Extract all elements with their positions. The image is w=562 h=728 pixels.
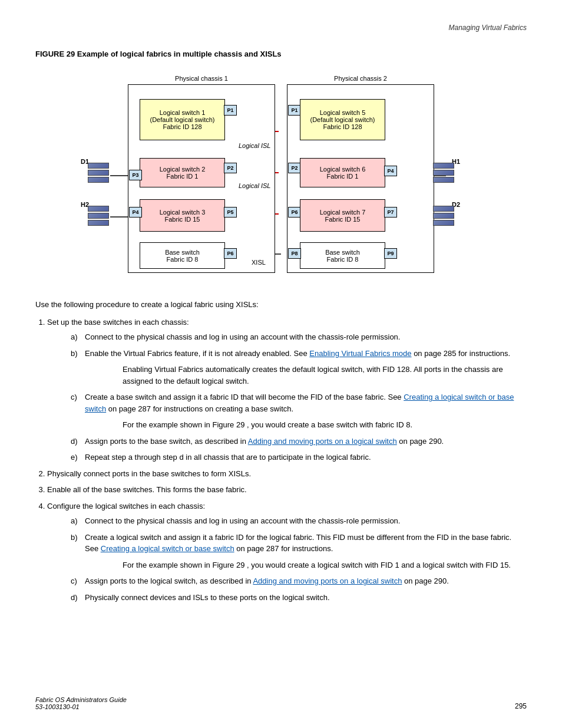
step1c-subpara: For the example shown in Figure 29 , you… xyxy=(85,419,527,431)
step1d-content: Assign ports to the base switch, as desc… xyxy=(85,436,527,447)
figure-caption: FIGURE 29 Example of logical fabrics in … xyxy=(35,50,527,58)
step2-text: Physically connect ports in the base swi… xyxy=(47,469,251,478)
figure-caption-text: Example of logical fabrics in multiple c… xyxy=(77,50,282,58)
step1c-text-before: Create a base switch and assign it a fab… xyxy=(85,393,404,401)
step1e-label: e) xyxy=(71,452,85,463)
step1c-label: c) xyxy=(71,391,85,403)
d2-device xyxy=(433,206,454,226)
footer-page-number: 295 xyxy=(515,702,527,710)
step1c-text-after: on page 287 for instructions on creating… xyxy=(106,404,293,413)
step4-substeps: a) Connect to the physical chassis and l… xyxy=(71,515,527,603)
h2-device xyxy=(88,206,109,226)
page-footer: Fabric OS Administrators Guide 53-100313… xyxy=(35,696,527,710)
main-list: Set up the base switches in each chassis… xyxy=(47,317,527,604)
step-2: Physically connect ports in the base swi… xyxy=(47,468,527,480)
step4c: c) Assign ports to the logical switch, a… xyxy=(71,575,527,587)
d1-device xyxy=(88,163,109,183)
ls5-line3: Fabric ID 128 xyxy=(323,123,362,130)
step4-text: Configure the logical switches in each c… xyxy=(47,502,205,510)
logical-isl-label-1: Logical ISL xyxy=(239,142,270,149)
step1b-content: Enable the Virtual Fabrics feature, if i… xyxy=(85,348,527,360)
step1b: b) Enable the Virtual Fabrics feature, i… xyxy=(71,348,527,360)
step1e-content: Repeat step a through step d in all chas… xyxy=(85,452,527,463)
ls3-line1: Logical switch 3 xyxy=(160,209,206,216)
port-p7: P7 xyxy=(384,207,397,218)
port-p9: P9 xyxy=(384,248,397,259)
page-header: Managing Virtual Fabrics xyxy=(35,24,527,32)
step4c-text-before: Assign ports to the logical switch, as d… xyxy=(85,577,253,585)
step1b-link[interactable]: Enabling Virtual Fabrics mode xyxy=(309,349,411,358)
port-p1-ch2: P1 xyxy=(288,105,301,116)
port-p5: P5 xyxy=(224,207,237,218)
step4a: a) Connect to the physical chassis and l… xyxy=(71,515,527,527)
step1a-content: Connect to the physical chassis and log … xyxy=(85,331,527,343)
step4a-label: a) xyxy=(71,515,85,527)
diagram-container: Physical chassis 1 Logical switch 1 (Def… xyxy=(35,67,527,285)
step-3: Enable all of the base switches. This fo… xyxy=(47,484,527,496)
step1b-label: b) xyxy=(71,348,85,360)
logical-isl-label-2: Logical ISL xyxy=(239,182,270,189)
step1d-text-before: Assign ports to the base switch, as desc… xyxy=(85,437,248,446)
page-container: Managing Virtual Fabrics FIGURE 29 Examp… xyxy=(0,0,562,728)
step4c-link[interactable]: Adding and moving ports on a logical swi… xyxy=(253,577,402,585)
step4b-subpara: For the example shown in Figure 29 , you… xyxy=(85,559,527,571)
ls5-line2: (Default logical switch) xyxy=(310,116,375,123)
ls2-line2: Fabric ID 1 xyxy=(167,173,199,180)
ls2-line1: Logical switch 2 xyxy=(160,166,206,173)
ls1-line3: Fabric ID 128 xyxy=(163,123,201,130)
step1b-sub-para: Enabling Virtual Fabrics automatically c… xyxy=(123,364,527,387)
step1c-sub-para: For the example shown in Figure 29 , you… xyxy=(123,419,527,431)
step1-substeps: a) Connect to the physical chassis and l… xyxy=(71,331,527,463)
step1a-label: a) xyxy=(71,331,85,343)
step1d-label: d) xyxy=(71,436,85,447)
port-p1-ls1: P1 xyxy=(224,105,237,116)
port-p4-ch1: P4 xyxy=(129,207,142,218)
step1-text: Set up the base switches in each chassis… xyxy=(47,318,189,327)
ls4-line1: Base switch xyxy=(165,249,200,256)
ls1-box: Logical switch 1 (Default logical switch… xyxy=(140,99,225,140)
step4b: b) Create a logical switch and assign it… xyxy=(71,532,527,555)
step4b-link[interactable]: Creating a logical switch or base switch xyxy=(101,544,234,553)
step-4: Configure the logical switches in each c… xyxy=(47,500,527,604)
step1a: a) Connect to the physical chassis and l… xyxy=(71,331,527,343)
step1b-subpara: Enabling Virtual Fabrics automatically c… xyxy=(85,364,527,387)
step3-text: Enable all of the base switches. This fo… xyxy=(47,485,247,494)
step1d-text-after: on page 290. xyxy=(397,437,444,446)
ls7-line2: Fabric ID 15 xyxy=(325,216,361,223)
step1b-text-before: Enable the Virtual Fabrics feature, if i… xyxy=(85,349,309,358)
step-1: Set up the base switches in each chassis… xyxy=(47,317,527,463)
ls6-line2: Fabric ID 1 xyxy=(327,173,359,180)
port-p4-ch2: P4 xyxy=(384,166,397,176)
step1d: d) Assign ports to the base switch, as d… xyxy=(71,436,527,447)
ls7-line1: Logical switch 7 xyxy=(320,209,366,216)
h1-device xyxy=(433,163,454,183)
step1d-link[interactable]: Adding and moving ports on a logical swi… xyxy=(248,437,397,446)
content-area: Use the following procedure to create a … xyxy=(35,299,527,603)
ls-base-ch2: Base switch Fabric ID 8 xyxy=(300,242,385,269)
step4c-text-after: on page 290. xyxy=(402,577,449,585)
step1c: c) Create a base switch and assign it a … xyxy=(71,391,527,414)
port-p3: P3 xyxy=(129,170,142,180)
step4b-text-after: on page 287 for instructions. xyxy=(234,544,333,553)
chassis2-title: Physical chassis 2 xyxy=(287,75,434,82)
ls6-line1: Logical switch 6 xyxy=(320,166,366,173)
xisl-label: XISL xyxy=(252,259,266,266)
port-p2-ch2: P2 xyxy=(288,163,301,173)
ls5-box: Logical switch 5 (Default logical switch… xyxy=(300,99,385,140)
step4a-content: Connect to the physical chassis and log … xyxy=(85,515,527,527)
intro-text: Use the following procedure to create a … xyxy=(35,299,527,311)
ls3-box: Logical switch 3 Fabric ID 15 xyxy=(140,199,225,232)
ls7-box: Logical switch 7 Fabric ID 15 xyxy=(300,199,385,232)
ls5-line1: Logical switch 5 xyxy=(320,109,366,116)
port-p6-ch2: P6 xyxy=(288,207,301,218)
step4b-sub-para: For the example shown in Figure 29 , you… xyxy=(123,559,527,571)
ls1-line1: Logical switch 1 xyxy=(160,109,206,116)
ls3-line2: Fabric ID 15 xyxy=(165,216,200,223)
step1c-content: Create a base switch and assign it a fab… xyxy=(85,391,527,414)
step4b-content: Create a logical switch and assign it a … xyxy=(85,532,527,555)
diagram: Physical chassis 1 Logical switch 1 (Def… xyxy=(57,67,505,285)
ls-base-ch1: Base switch Fabric ID 8 xyxy=(140,242,225,269)
chassis1-title: Physical chassis 1 xyxy=(128,75,275,82)
port-p2-ls2: P2 xyxy=(224,163,237,173)
step4d-content: Physically connect devices and ISLs to t… xyxy=(85,592,527,604)
